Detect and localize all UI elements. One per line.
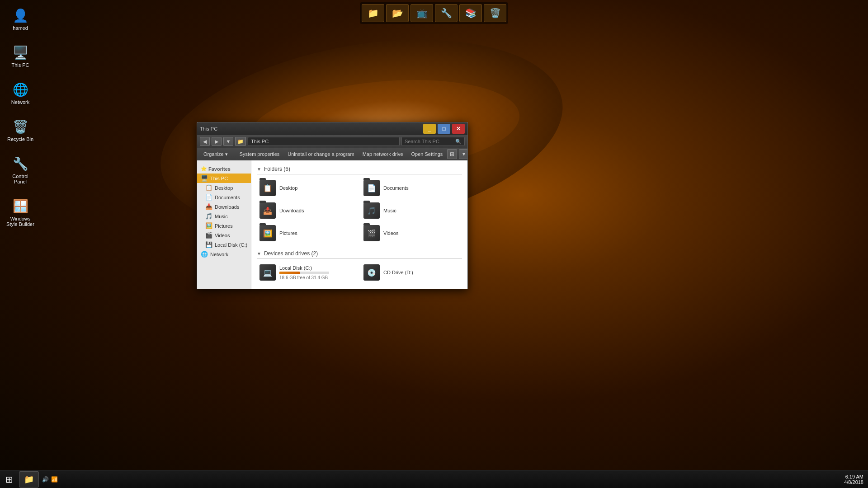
- sidebar-item-desktop[interactable]: 📋 Desktop: [197, 183, 251, 192]
- minimize-button[interactable]: _: [423, 124, 436, 134]
- organize-button[interactable]: Organize ▾: [200, 149, 231, 159]
- sidebar-favorites-header: ⭐ Favorites: [197, 164, 251, 174]
- folder-item-videos[interactable]: 🎬 Videos: [361, 223, 462, 243]
- devices-section-header: ▼ Devices and drives (2): [257, 249, 462, 259]
- documents-folder-icon-large: 📄: [363, 180, 380, 196]
- toolbar-btn-tool[interactable]: 🔧: [435, 4, 458, 22]
- tray-network-icon[interactable]: 📶: [51, 476, 58, 483]
- documents-folder-icon: 📄: [205, 194, 212, 201]
- hamed-icon: 👤: [11, 6, 29, 24]
- view-icon-btn[interactable]: ⊞: [447, 149, 457, 159]
- close-button[interactable]: ✕: [452, 124, 465, 134]
- forward-button[interactable]: ▶: [212, 137, 222, 146]
- music-folder-icon-large: 🎵: [363, 202, 380, 219]
- videos-folder-icon-large: 🎬: [363, 225, 380, 241]
- search-icon[interactable]: 🔍: [455, 139, 462, 145]
- desktop-icon-recycle-bin[interactable]: 🗑️ Recycle Bin: [5, 116, 36, 144]
- uninstall-button[interactable]: Uninstall or change a program: [284, 149, 358, 159]
- videos-folder-icon: 🎬: [205, 232, 212, 239]
- desktop-icon-control-panel[interactable]: 🔧 Control Panel: [5, 153, 36, 186]
- folder-icon: 📁: [235, 137, 246, 146]
- this-pc-icon: 🖥️: [11, 43, 29, 61]
- toolbar-right: ⊞ ▾ ☰ ?: [447, 149, 468, 159]
- devices-collapse-icon[interactable]: ▼: [257, 251, 261, 256]
- recycle-bin-label: Recycle Bin: [7, 136, 33, 142]
- search-placeholder: Search This PC: [405, 139, 455, 144]
- hamed-label: hamed: [13, 25, 28, 31]
- toolbar-btn-trash[interactable]: 🗑️: [484, 4, 506, 22]
- pictures-folder-icon-large: 🖼️: [259, 225, 276, 241]
- open-settings-button[interactable]: Open Settings: [408, 149, 447, 159]
- taskbar: ⊞ 📁 🔊 📶 6:19 AM 4/8/2018: [0, 470, 868, 488]
- address-input[interactable]: [248, 137, 400, 146]
- sidebar-item-documents[interactable]: 📄 Documents: [197, 192, 251, 202]
- sidebar-item-pictures[interactable]: 🖼️ Pictures: [197, 221, 251, 230]
- folder-item-downloads[interactable]: 📥 Downloads: [257, 201, 358, 221]
- c-drive-bar: [279, 272, 300, 274]
- desktop-icon-hamed[interactable]: 👤 hamed: [5, 5, 36, 33]
- desktop-icon-wsb[interactable]: 🪟 Windows Style Builder: [5, 195, 36, 229]
- sidebar-item-downloads[interactable]: 📥 Downloads: [197, 202, 251, 211]
- pictures-folder-name: Pictures: [279, 230, 297, 236]
- network-icon: 🌐: [11, 80, 29, 99]
- d-drive-info: CD Drive (D:): [383, 270, 413, 275]
- maximize-button[interactable]: □: [438, 124, 450, 134]
- control-panel-icon: 🔧: [11, 155, 29, 173]
- sidebar: ⭐ Favorites 🖥️ This PC 📋 Desktop 📄 Docum…: [197, 160, 251, 289]
- window-title: This PC: [200, 126, 217, 131]
- sidebar-item-network[interactable]: 🌐 Network: [197, 249, 251, 259]
- recycle-bin-icon: 🗑️: [11, 117, 29, 136]
- explorer-toolbar: Organize ▾ System properties Uninstall o…: [197, 148, 467, 160]
- folder-item-desktop[interactable]: 📋 Desktop: [257, 178, 358, 198]
- toolbar-btn-device[interactable]: 📺: [410, 4, 433, 22]
- music-folder-name: Music: [383, 208, 396, 213]
- sidebar-item-videos[interactable]: 🎬 Videos: [197, 230, 251, 240]
- desktop-icon-this-pc[interactable]: 🖥️ This PC: [5, 42, 36, 70]
- start-button[interactable]: ⊞: [0, 470, 18, 488]
- this-pc-sidebar-icon: 🖥️: [201, 175, 208, 182]
- organize-arrow-icon: ▾: [225, 151, 228, 157]
- desktop-folder-name: Desktop: [279, 185, 297, 191]
- sidebar-item-music[interactable]: 🎵 Music: [197, 211, 251, 221]
- devices-section-title: Devices and drives (2): [264, 250, 318, 257]
- drive-item-c[interactable]: 💻 Local Disk (C:) 18.6 GB free of 31.4 G…: [257, 263, 358, 282]
- toolbar-btn-book[interactable]: 📚: [459, 4, 482, 22]
- title-bar-controls: _ □ ✕: [423, 124, 465, 134]
- explorer-main: ⭐ Favorites 🖥️ This PC 📋 Desktop 📄 Docum…: [197, 160, 467, 289]
- folder-item-music[interactable]: 🎵 Music: [361, 201, 462, 221]
- toolbar-btn-folder1[interactable]: 📁: [362, 4, 384, 22]
- system-properties-button[interactable]: System properties: [236, 149, 283, 159]
- back-button[interactable]: ◀: [200, 137, 210, 146]
- explorer-window: This PC _ □ ✕ ◀ ▶ ▼ 📁 Search This PC 🔍 O…: [197, 122, 468, 289]
- title-bar: This PC _ □ ✕: [197, 122, 467, 135]
- tray-volume-icon[interactable]: 🔊: [42, 476, 49, 483]
- sidebar-item-local-disk[interactable]: 💾 Local Disk (C:): [197, 240, 251, 249]
- folder-item-pictures[interactable]: 🖼️ Pictures: [257, 223, 358, 243]
- dropdown-button[interactable]: ▼: [223, 137, 233, 146]
- drive-item-d[interactable]: 💿 CD Drive (D:): [361, 263, 462, 282]
- videos-folder-name: Videos: [383, 230, 398, 236]
- toolbar-btn-folder2[interactable]: 📂: [386, 4, 409, 22]
- top-toolbar: 📁 📂 📺 🔧 📚 🗑️: [360, 2, 508, 24]
- content-panel: ▼ Folders (6) 📋 Desktop 📄 Documents: [251, 160, 467, 289]
- taskbar-file-manager[interactable]: 📁: [19, 471, 39, 488]
- network-label: Network: [11, 99, 29, 105]
- control-panel-label: Control Panel: [6, 174, 34, 184]
- desktop-icon-area: 👤 hamed 🖥️ This PC 🌐 Network 🗑️ Recycle …: [5, 5, 36, 229]
- pictures-folder-icon: 🖼️: [205, 222, 212, 229]
- folder-item-documents[interactable]: 📄 Documents: [361, 178, 462, 198]
- taskbar-tray: 🔊 📶: [40, 476, 60, 483]
- c-drive-info: Local Disk (C:) 18.6 GB free of 31.4 GB: [279, 265, 329, 280]
- folders-grid: 📋 Desktop 📄 Documents 📥 Downloads: [257, 178, 462, 243]
- taskbar-clock[interactable]: 6:19 AM 4/8/2018: [844, 474, 868, 485]
- this-pc-label: This PC: [11, 62, 29, 68]
- view-dropdown-btn[interactable]: ▾: [459, 149, 468, 159]
- desktop-icon-network[interactable]: 🌐 Network: [5, 79, 36, 107]
- d-drive-name: CD Drive (D:): [383, 270, 413, 275]
- sidebar-item-this-pc[interactable]: 🖥️ This PC: [197, 174, 251, 183]
- map-drive-button[interactable]: Map network drive: [359, 149, 407, 159]
- clock-date: 4/8/2018: [844, 479, 863, 485]
- folders-collapse-icon[interactable]: ▼: [257, 167, 261, 172]
- downloads-folder-name: Downloads: [279, 208, 304, 213]
- downloads-folder-icon-large: 📥: [259, 202, 276, 219]
